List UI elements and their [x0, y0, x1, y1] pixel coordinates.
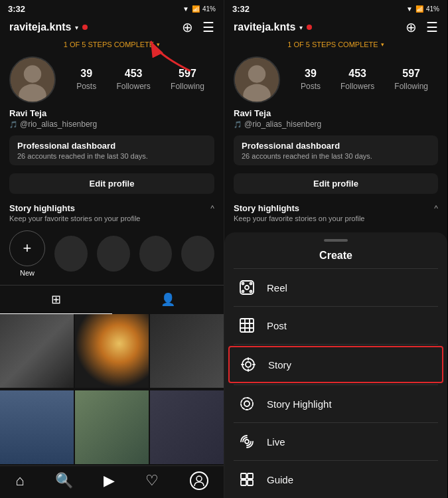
sheet-item-guide[interactable]: Guide	[224, 461, 447, 498]
svg-point-2	[24, 65, 41, 82]
edit-profile-button-left[interactable]: Edit profile	[9, 173, 214, 194]
svg-point-9	[245, 286, 249, 290]
svg-rect-14	[240, 319, 254, 332]
reel-icon	[238, 278, 256, 297]
svg-point-10	[242, 283, 244, 285]
svg-point-13	[250, 291, 252, 293]
reel-label: Reel	[267, 282, 287, 293]
svg-point-12	[242, 291, 244, 293]
grid-cell-5[interactable]	[75, 390, 149, 464]
tab-row-left: ⊞ 👤	[0, 285, 224, 314]
highlights-row-left: + New	[0, 226, 224, 281]
svg-rect-31	[248, 480, 253, 485]
pro-dashboard-right[interactable]: Professional dashboard 26 accounts reach…	[234, 135, 438, 165]
notification-dot-left	[82, 25, 88, 30]
status-bar-right: 3:32 ▼ 📶 41%	[224, 0, 447, 17]
grid-cell-4[interactable]	[0, 390, 74, 464]
profile-handle-row-left: 🎵 @rio_alias_hisenberg	[9, 120, 214, 129]
avatar-left	[9, 56, 56, 103]
heart-icon-left[interactable]: ♡	[145, 472, 159, 489]
notification-dot-right	[307, 25, 312, 30]
sheet-divider-post	[234, 344, 438, 345]
guide-icon	[238, 470, 256, 489]
sheet-item-post[interactable]: Post	[224, 307, 447, 344]
photo-grid-left	[0, 314, 224, 465]
chevron-down-icon-right[interactable]: ▾	[299, 24, 303, 31]
sheet-item-story[interactable]: Story	[228, 346, 443, 383]
tagged-icon-left: 👤	[161, 292, 175, 307]
grid-cell-6[interactable]	[150, 390, 224, 464]
guide-label: Guide	[267, 474, 293, 485]
steps-chevron-right: ▾	[381, 41, 384, 48]
music-icon-left: 🎵	[9, 121, 17, 128]
profile-name-right: Ravi Teja	[234, 108, 438, 118]
header-right: raviteja.knts ▾ ⊕ ☰	[224, 17, 447, 39]
username-left: raviteja.knts	[9, 21, 71, 33]
profile-area-left: 39 Posts 453 Followers 597 Following	[0, 51, 224, 107]
highlights-header-left: Story highlights ^	[0, 198, 224, 213]
profile-handle-row-right: 🎵 @rio_alias_hisenberg	[234, 120, 438, 129]
add-icon-right[interactable]: ⊕	[406, 19, 417, 35]
posts-stat-right: 39 Posts	[301, 68, 321, 92]
highlights-header-right: Story highlights ^	[224, 198, 447, 213]
followers-stat-right: 453 Followers	[340, 68, 374, 92]
status-icons-left: ▼ 📶 41%	[183, 5, 216, 13]
steps-chevron-left: ▾	[157, 41, 160, 48]
highlight-3-left[interactable]	[139, 236, 173, 272]
highlights-subtitle-left: Keep your favorite stories on your profi…	[0, 213, 224, 226]
story-highlight-label: Story Highlight	[267, 398, 332, 410]
chevron-down-icon-left[interactable]: ▾	[75, 24, 78, 31]
menu-icon-left[interactable]: ☰	[202, 19, 214, 35]
new-circle-left[interactable]: +	[9, 230, 45, 266]
new-label-left: New	[20, 269, 35, 277]
bottom-nav-left: ⌂ 🔍 ▶ ♡	[0, 465, 224, 498]
pro-dashboard-left[interactable]: Professional dashboard 26 accounts reach…	[9, 135, 214, 165]
home-icon-left[interactable]: ⌂	[15, 472, 24, 489]
header-left: raviteja.knts ▾ ⊕ ☰	[0, 17, 224, 39]
highlight-4-left[interactable]	[181, 236, 214, 272]
svg-point-4	[196, 476, 202, 481]
menu-icon-right[interactable]: ☰	[426, 19, 438, 35]
sheet-item-live[interactable]: Live	[224, 423, 447, 460]
create-sheet: Create Reel Post Story	[224, 232, 447, 498]
story-highlight-icon	[238, 394, 256, 413]
edit-profile-button-right[interactable]: Edit profile	[234, 173, 438, 194]
highlights-chevron-left[interactable]: ^	[210, 204, 214, 213]
svg-point-11	[250, 283, 252, 285]
highlights-chevron-right[interactable]: ^	[434, 204, 438, 213]
tab-grid-left[interactable]: ⊞	[0, 286, 112, 314]
header-right-group: ⊕ ☰	[182, 19, 214, 35]
profile-handle-right: @rio_alias_hisenberg	[244, 120, 321, 129]
search-icon-left[interactable]: 🔍	[55, 472, 73, 489]
sheet-title: Create	[224, 247, 447, 268]
stats-area-left: 39 Posts 453 Followers 597 Following	[66, 68, 214, 92]
post-label: Post	[267, 320, 287, 331]
grid-cell-2[interactable]	[75, 314, 149, 388]
status-icons-right: ▼ 📶 41%	[406, 5, 439, 13]
highlight-2-left[interactable]	[97, 236, 130, 272]
stats-area-right: 39 Posts 453 Followers 597 Following	[291, 68, 438, 92]
new-highlight-left[interactable]: + New	[9, 230, 45, 277]
profile-area-right: 39 Posts 453 Followers 597 Following	[224, 51, 447, 107]
highlight-1-left[interactable]	[54, 236, 88, 272]
svg-point-26	[244, 401, 250, 406]
svg-rect-29	[248, 473, 253, 479]
sheet-item-reel[interactable]: Reel	[224, 269, 447, 306]
story-icon	[239, 355, 258, 374]
live-icon	[238, 432, 256, 451]
grid-cell-1[interactable]	[0, 314, 74, 388]
tab-tagged-left[interactable]: 👤	[112, 286, 224, 314]
avatar-right	[234, 56, 280, 103]
grid-cell-3[interactable]	[150, 314, 224, 388]
time-left: 3:32	[8, 4, 25, 14]
reels-icon-left[interactable]: ▶	[104, 472, 115, 489]
sheet-item-story-highlight[interactable]: Story Highlight	[224, 385, 447, 422]
music-icon-right: 🎵	[234, 121, 242, 128]
profile-name-area-left: Ravi Teja 🎵 @rio_alias_hisenberg	[0, 107, 224, 131]
profile-icon-left[interactable]	[190, 471, 208, 490]
header-left-group-right: raviteja.knts ▾	[234, 21, 312, 33]
profile-name-area-right: Ravi Teja 🎵 @rio_alias_hisenberg	[224, 107, 447, 131]
right-phone-panel: 3:32 ▼ 📶 41% raviteja.knts ▾ ⊕ ☰ 1 OF 5 …	[224, 0, 447, 498]
add-icon-left[interactable]: ⊕	[182, 19, 193, 35]
avatar-image-right	[235, 58, 279, 102]
